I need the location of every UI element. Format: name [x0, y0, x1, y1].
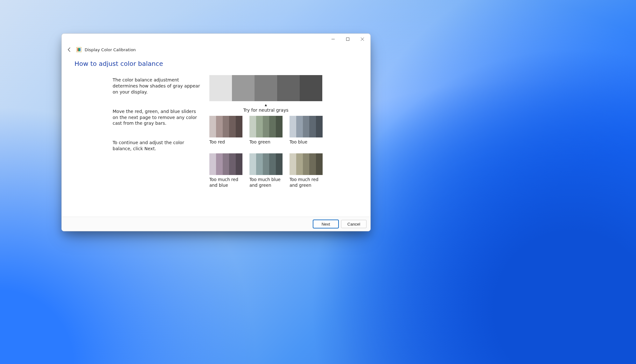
- swatch-label: Too much red and green: [290, 177, 323, 188]
- calibration-wizard-window: Display Color Calibration How to adjust …: [61, 33, 371, 231]
- swatch-segment: [236, 153, 242, 175]
- swatch-bar: [209, 153, 242, 175]
- neutral-gray-segment: [209, 75, 232, 101]
- neutral-gray-segment: [232, 75, 255, 101]
- swatch-segment: [296, 153, 303, 175]
- swatch-segment: [296, 116, 303, 137]
- neutral-gray-bar: [209, 75, 322, 101]
- instruction-text-column: The color balance adjustment determines …: [113, 75, 202, 188]
- instruction-paragraph-2: Move the red, green, and blue sliders on…: [113, 108, 202, 127]
- swatch-segment: [316, 153, 323, 175]
- swatch-segment: [263, 116, 269, 137]
- swatch-too-red-green: Too much red and green: [290, 153, 323, 188]
- instruction-paragraph-1: The color balance adjustment determines …: [113, 77, 202, 95]
- desktop-wallpaper: Display Color Calibration How to adjust …: [0, 0, 636, 364]
- swatch-segment: [303, 153, 310, 175]
- maximize-button[interactable]: [340, 34, 355, 44]
- swatch-segment: [269, 116, 276, 137]
- swatch-segment: [229, 153, 236, 175]
- target-arrow-icon: ▴: [209, 102, 322, 107]
- wizard-body: How to adjust color balance The color ba…: [62, 56, 370, 217]
- swatch-bar: [249, 116, 283, 137]
- back-button[interactable]: [66, 46, 73, 53]
- swatch-segment: [256, 116, 263, 137]
- swatch-bar: [209, 116, 242, 137]
- swatch-segment: [223, 116, 229, 137]
- maximize-icon: [346, 38, 349, 41]
- swatch-segment: [236, 116, 242, 137]
- swatch-label: Too blue: [290, 139, 323, 151]
- swatch-segment: [263, 153, 269, 175]
- neutral-caption: Try for neutral grays: [209, 108, 322, 113]
- swatch-bar: [290, 116, 323, 137]
- swatch-segment: [256, 153, 263, 175]
- close-button[interactable]: [355, 34, 370, 44]
- swatch-segment: [276, 153, 283, 175]
- swatch-segment: [309, 116, 316, 137]
- swatch-too-blue-green: Too much blue and green: [249, 153, 283, 188]
- swatch-too-red-blue: Too much red and blue: [209, 153, 242, 188]
- swatch-segment: [229, 116, 236, 137]
- sample-column: ▴ Try for neutral grays Too redToo green…: [209, 75, 358, 188]
- swatch-segment: [316, 116, 323, 137]
- swatch-bar: [249, 153, 283, 175]
- swatch-segment: [216, 116, 223, 137]
- next-button[interactable]: Next: [313, 220, 339, 228]
- back-arrow-icon: [67, 47, 72, 52]
- swatch-label: Too much blue and green: [249, 177, 283, 188]
- neutral-gray-segment: [277, 75, 300, 101]
- neutral-gray-segment: [300, 75, 322, 101]
- swatch-label: Too red: [209, 139, 242, 151]
- color-cast-swatch-grid: Too redToo greenToo blueToo much red and…: [209, 116, 358, 188]
- swatch-segment: [290, 153, 296, 175]
- swatch-segment: [223, 153, 229, 175]
- swatch-too-green: Too green: [249, 116, 283, 151]
- swatch-segment: [309, 153, 316, 175]
- window-titlebar: [62, 34, 370, 45]
- swatch-segment: [209, 153, 216, 175]
- minimize-button[interactable]: [326, 34, 340, 44]
- swatch-segment: [216, 153, 223, 175]
- swatch-label: Too green: [249, 139, 283, 151]
- calibration-app-icon: [76, 47, 81, 52]
- swatch-segment: [209, 116, 216, 137]
- close-icon: [361, 38, 364, 41]
- swatch-segment: [269, 153, 276, 175]
- swatch-label: Too much red and blue: [209, 177, 242, 188]
- svg-rect-0: [346, 38, 349, 41]
- swatch-segment: [290, 116, 296, 137]
- wizard-footer: Next Cancel: [62, 217, 370, 231]
- swatch-too-blue: Too blue: [290, 116, 323, 151]
- wizard-header: Display Color Calibration: [62, 45, 370, 56]
- minimize-icon: [332, 38, 335, 41]
- instruction-paragraph-3: To continue and adjust the color balance…: [113, 140, 202, 152]
- swatch-segment: [249, 116, 256, 137]
- swatch-segment: [249, 153, 256, 175]
- swatch-bar: [290, 153, 323, 175]
- swatch-too-red: Too red: [209, 116, 242, 151]
- swatch-segment: [303, 116, 310, 137]
- window-title: Display Color Calibration: [85, 47, 136, 52]
- swatch-segment: [276, 116, 283, 137]
- page-heading: How to adjust color balance: [74, 60, 358, 67]
- cancel-button[interactable]: Cancel: [341, 220, 367, 228]
- neutral-gray-segment: [255, 75, 277, 101]
